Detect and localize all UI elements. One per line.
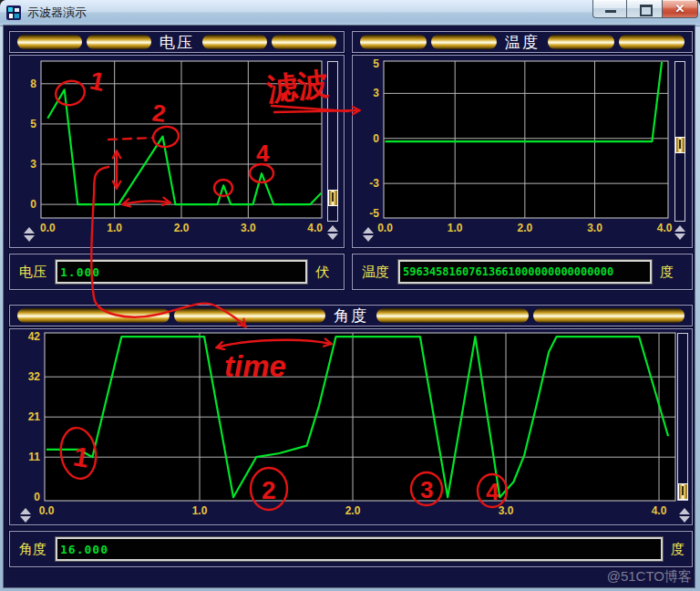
angle-x-scale-control[interactable] xyxy=(19,508,32,523)
watermark: @51CTO博客 xyxy=(607,568,692,586)
voltage-field-label: 电压 xyxy=(19,264,46,281)
svg-text:21: 21 xyxy=(28,410,41,423)
down-arrow-icon xyxy=(679,516,690,523)
app-icon xyxy=(6,5,21,20)
down-arrow-icon xyxy=(674,233,685,240)
voltage-panel-title: 电压 xyxy=(156,32,198,53)
angle-io-row: 角度 度 xyxy=(9,531,693,567)
angle-slider-handle[interactable] xyxy=(678,483,688,500)
temperature-chart: 530-3-50.01.02.03.04.0 xyxy=(353,56,692,247)
minimize-icon xyxy=(605,10,616,13)
svg-text:1.0: 1.0 xyxy=(107,222,122,234)
gold-pill xyxy=(619,35,685,49)
down-arrow-icon xyxy=(24,235,35,242)
svg-text:3: 3 xyxy=(30,158,36,171)
temperature-y-slider[interactable] xyxy=(674,61,685,222)
svg-text:11: 11 xyxy=(28,451,40,463)
up-arrow-icon xyxy=(679,508,690,514)
gold-pill xyxy=(360,35,427,49)
window-controls: ✕ xyxy=(592,0,698,18)
svg-text:4.0: 4.0 xyxy=(657,222,673,234)
down-arrow-icon xyxy=(20,516,31,523)
svg-text:5: 5 xyxy=(30,118,36,130)
maximize-button[interactable] xyxy=(627,0,662,18)
svg-text:4.0: 4.0 xyxy=(652,504,667,517)
close-icon: ✕ xyxy=(675,2,685,16)
svg-text:8: 8 xyxy=(30,78,36,90)
close-button[interactable]: ✕ xyxy=(662,0,698,18)
angle-y-scale-control[interactable] xyxy=(678,508,691,523)
voltage-chart: 85300.01.02.03.04.0 xyxy=(10,56,344,247)
up-arrow-icon xyxy=(327,225,338,232)
temperature-header: 温度 xyxy=(352,31,693,53)
svg-text:-5: -5 xyxy=(369,207,379,220)
temperature-chart-box: 530-3-50.01.02.03.04.0 xyxy=(352,55,693,248)
gold-pill xyxy=(533,308,685,323)
titlebar[interactable]: 示波器演示 ✕ xyxy=(0,0,700,26)
gold-pill xyxy=(17,35,82,49)
svg-text:0: 0 xyxy=(34,491,40,503)
svg-text:3.0: 3.0 xyxy=(587,222,602,234)
up-arrow-icon xyxy=(363,227,374,233)
temperature-slider-handle[interactable] xyxy=(675,137,685,153)
gold-pill xyxy=(17,308,170,323)
voltage-io-row: 电压 伏 xyxy=(9,254,345,290)
svg-text:32: 32 xyxy=(28,370,41,383)
temperature-io-row: 温度 度 xyxy=(352,254,693,290)
gold-pill xyxy=(548,35,614,49)
gold-pill xyxy=(431,35,498,49)
temperature-x-scale-control[interactable] xyxy=(362,227,375,242)
app-window: 示波器演示 ✕ 电压 85300.01.02.03.04.0 电压 伏 xyxy=(0,0,700,591)
down-arrow-icon xyxy=(327,233,338,240)
svg-text:0.0: 0.0 xyxy=(40,222,56,234)
temperature-field-label: 温度 xyxy=(362,264,389,281)
main-content: 电压 85300.01.02.03.04.0 电压 伏 温度 530-3-50.… xyxy=(4,26,695,587)
svg-text:42: 42 xyxy=(28,330,41,343)
voltage-y-slider[interactable] xyxy=(327,61,338,222)
voltage-y-scale-control[interactable] xyxy=(326,225,339,240)
gold-pill xyxy=(376,308,529,323)
up-arrow-icon xyxy=(24,227,35,233)
voltage-unit: 伏 xyxy=(315,264,329,281)
angle-panel-title: 角度 xyxy=(330,306,372,327)
angle-chart-box: 4232211100.01.02.03.04.0 xyxy=(9,328,693,525)
gold-pill xyxy=(174,308,326,323)
angle-y-slider[interactable] xyxy=(677,333,688,501)
angle-header: 角度 xyxy=(9,305,693,327)
svg-text:3.0: 3.0 xyxy=(499,504,514,517)
svg-text:2.0: 2.0 xyxy=(518,222,533,234)
voltage-x-scale-control[interactable] xyxy=(23,227,36,242)
window-title: 示波器演示 xyxy=(27,0,87,26)
svg-text:2.0: 2.0 xyxy=(345,504,361,517)
temperature-panel-title: 温度 xyxy=(501,32,543,53)
svg-text:0.0: 0.0 xyxy=(377,222,393,234)
voltage-header: 电压 xyxy=(9,31,345,53)
svg-text:3.0: 3.0 xyxy=(241,222,256,234)
temperature-unit: 度 xyxy=(660,264,674,281)
up-arrow-icon xyxy=(20,508,31,514)
angle-input[interactable] xyxy=(56,537,663,561)
angle-field-label: 角度 xyxy=(19,541,46,558)
svg-text:1.0: 1.0 xyxy=(192,504,208,517)
voltage-chart-box: 85300.01.02.03.04.0 xyxy=(9,55,345,248)
svg-text:5: 5 xyxy=(373,57,379,70)
svg-text:0.0: 0.0 xyxy=(39,504,55,517)
voltage-slider-handle[interactable] xyxy=(328,190,338,206)
temperature-y-scale-control[interactable] xyxy=(674,225,686,240)
temperature-input[interactable] xyxy=(398,260,652,284)
gold-pill xyxy=(87,35,151,49)
svg-text:-3: -3 xyxy=(369,177,379,190)
maximize-icon xyxy=(640,5,653,16)
svg-text:1.0: 1.0 xyxy=(448,222,463,234)
svg-text:4.0: 4.0 xyxy=(307,222,323,234)
gold-pill xyxy=(272,35,336,49)
angle-chart: 4232211100.01.02.03.04.0 xyxy=(10,329,692,524)
svg-text:3: 3 xyxy=(373,87,379,99)
gold-pill xyxy=(202,35,267,49)
svg-text:2.0: 2.0 xyxy=(174,222,190,234)
minimize-button[interactable] xyxy=(592,0,627,18)
svg-text:0: 0 xyxy=(30,198,36,211)
voltage-input[interactable] xyxy=(56,260,307,284)
up-arrow-icon xyxy=(674,225,685,232)
down-arrow-icon xyxy=(363,235,374,242)
